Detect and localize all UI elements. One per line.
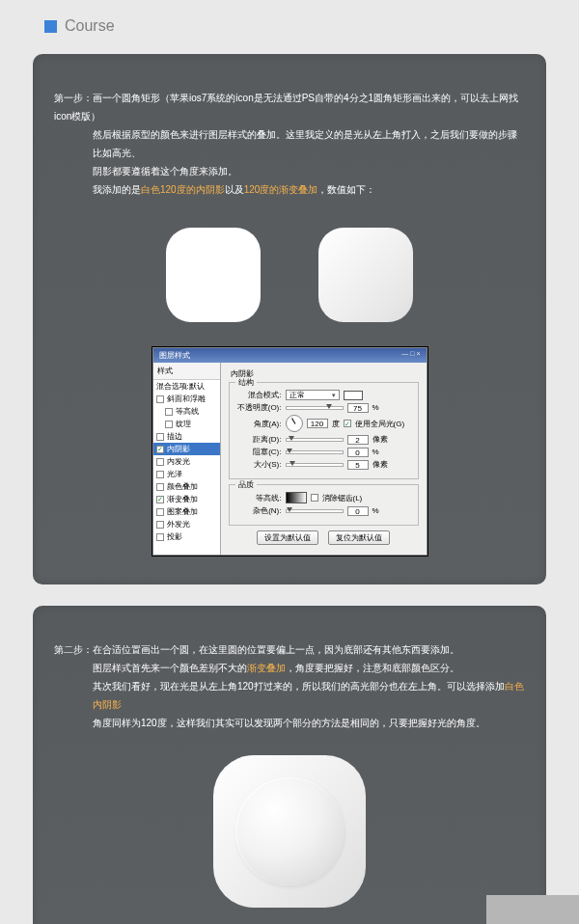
page-header: Course bbox=[0, 0, 579, 35]
sidebar-item-1[interactable]: 等高线 bbox=[153, 405, 220, 418]
noise-slider[interactable] bbox=[286, 509, 344, 513]
distance-slider[interactable] bbox=[286, 438, 344, 442]
sidebar-item-6[interactable]: 光泽 bbox=[153, 468, 220, 480]
step2-line2: 图层样式首先来一个颜色差别不大的渐变叠加，角度要把握好，注意和底部颜色区分。 bbox=[54, 659, 525, 677]
dialog-sidebar: 样式 混合选项:默认 斜面和浮雕等高线纹理描边✓内阴影内发光光泽颜色叠加✓渐变叠… bbox=[153, 363, 221, 555]
sidebar-item-0[interactable]: 斜面和浮雕 bbox=[153, 393, 220, 405]
contour-swatch[interactable] bbox=[286, 492, 307, 503]
step1-line2: 然后根据原型的颜色来进行图层样式的叠加。这里我定义的是光从左上角打入，之后我们要… bbox=[54, 125, 525, 162]
set-default-button[interactable]: 设置为默认值 bbox=[257, 530, 318, 545]
angle-label: 角度(A): bbox=[237, 419, 282, 429]
sidebar-item-7[interactable]: 颜色叠加 bbox=[153, 480, 220, 493]
effect-checkbox[interactable]: ✓ bbox=[156, 446, 164, 453]
effect-checkbox[interactable] bbox=[165, 421, 173, 428]
sidebar-item-label: 描边 bbox=[167, 431, 182, 442]
icon-examples-row bbox=[54, 228, 525, 322]
effect-checkbox[interactable] bbox=[156, 483, 164, 491]
header-square-icon bbox=[44, 20, 57, 33]
big-icon-wrap bbox=[54, 755, 525, 908]
step2-line4: 角度同样为120度，这样我们其实可以发现两个部分的方法是相同的，只要把握好光的角… bbox=[54, 714, 525, 732]
sidebar-styles-header: 样式 bbox=[153, 363, 220, 380]
knob-circle bbox=[235, 777, 344, 885]
sidebar-item-5[interactable]: 内发光 bbox=[153, 455, 220, 468]
sidebar-item-label: 光泽 bbox=[167, 469, 182, 479]
choke-label: 阻塞(C): bbox=[237, 447, 282, 457]
effect-checkbox[interactable] bbox=[156, 433, 164, 441]
sidebar-item-10[interactable]: 外发光 bbox=[153, 518, 220, 530]
sidebar-item-label: 内发光 bbox=[167, 456, 190, 467]
step1-text: 第一步：画一个圆角矩形（苹果ios7系统的icon是无法通过PS自带的4分之1圆… bbox=[54, 89, 525, 199]
step2-line1: 在合适位置画出一个圆，在这里圆的位置要偏上一点，因为底部还有其他东西要添加。 bbox=[93, 644, 459, 655]
sidebar-item-label: 斜面和浮雕 bbox=[167, 394, 206, 404]
effect-checkbox[interactable] bbox=[156, 521, 164, 529]
step2-card: 第二步：在合适位置画出一个圆，在这里圆的位置要偏上一点，因为底部还有其他东西要添… bbox=[33, 606, 546, 924]
step2-line3: 其次我们看好，现在光是从左上角120打过来的，所以我们的高光部分也在左上角。可以… bbox=[54, 677, 525, 714]
highlight-inner-shadow: 白色120度的内阴影 bbox=[141, 184, 225, 195]
chevron-down-icon: ▾ bbox=[332, 392, 336, 399]
sidebar-item-2[interactable]: 纹理 bbox=[153, 418, 220, 430]
contour-label: 等高线: bbox=[237, 493, 282, 503]
choke-slider[interactable] bbox=[286, 450, 344, 454]
ios-icon-shaded bbox=[318, 228, 413, 322]
effect-checkbox[interactable] bbox=[156, 395, 164, 403]
distance-label: 距离(D): bbox=[237, 434, 282, 445]
step2-label: 第二步： bbox=[54, 644, 93, 655]
sidebar-item-label: 等高线 bbox=[176, 406, 199, 417]
step1-line1: 画一个圆角矩形（苹果ios7系统的icon是无法通过PS自带的4分之1圆角矩形画… bbox=[54, 93, 518, 122]
titlebar-controls-icon: — □ × bbox=[401, 350, 420, 361]
effect-checkbox[interactable] bbox=[156, 458, 164, 466]
highlight-gradient-2: 渐变叠加 bbox=[247, 663, 286, 673]
step2-text: 第二步：在合适位置画出一个圆，在这里圆的位置要偏上一点，因为底部还有其他东西要添… bbox=[54, 640, 525, 732]
page-title: Course bbox=[65, 17, 115, 35]
color-swatch[interactable] bbox=[344, 391, 363, 400]
sidebar-item-3[interactable]: 描边 bbox=[153, 430, 220, 443]
sidebar-item-label: 纹理 bbox=[176, 419, 191, 429]
reset-default-button[interactable]: 复位为默认值 bbox=[328, 530, 390, 545]
global-light-label: 使用全局光(G) bbox=[355, 419, 405, 429]
sidebar-item-label: 图案叠加 bbox=[167, 506, 198, 517]
quality-label: 品质 bbox=[235, 479, 257, 490]
corner-block bbox=[486, 895, 579, 924]
sidebar-item-11[interactable]: 投影 bbox=[153, 530, 220, 543]
dialog-panel: 内阴影 结构 混合模式: 正常▾ 不透明度(O): 75 % bbox=[221, 363, 427, 555]
step1-line4: 我添加的是白色120度的内阴影以及120度的渐变叠加，数值如下： bbox=[54, 180, 525, 199]
ios-icon-with-knob bbox=[213, 755, 366, 908]
sidebar-item-label: 投影 bbox=[167, 531, 182, 542]
blend-mode-dropdown[interactable]: 正常▾ bbox=[286, 390, 340, 400]
distance-value[interactable]: 2 bbox=[347, 435, 369, 445]
step1-card: 第一步：画一个圆角矩形（苹果ios7系统的icon是无法通过PS自带的4分之1圆… bbox=[33, 54, 546, 584]
structure-label: 结构 bbox=[235, 377, 257, 388]
sidebar-blend-defaults[interactable]: 混合选项:默认 bbox=[153, 380, 220, 393]
opacity-value[interactable]: 75 bbox=[347, 403, 369, 413]
sidebar-item-label: 外发光 bbox=[167, 519, 190, 530]
dialog-titlebar: 图层样式 — □ × bbox=[153, 348, 427, 363]
structure-group: 结构 混合模式: 正常▾ 不透明度(O): 75 % bbox=[229, 382, 419, 479]
dialog-title: 图层样式 bbox=[159, 350, 190, 361]
layer-style-dialog: 图层样式 — □ × 样式 混合选项:默认 斜面和浮雕等高线纹理描边✓内阴影内发… bbox=[152, 347, 427, 556]
antialias-checkbox[interactable] bbox=[311, 494, 318, 502]
sidebar-item-4[interactable]: ✓内阴影 bbox=[153, 443, 220, 455]
effect-checkbox[interactable]: ✓ bbox=[156, 496, 164, 503]
size-value[interactable]: 5 bbox=[347, 460, 369, 470]
opacity-slider[interactable] bbox=[286, 406, 344, 410]
noise-value[interactable]: 0 bbox=[347, 506, 369, 516]
sidebar-item-label: 渐变叠加 bbox=[167, 494, 198, 504]
sidebar-item-label: 内阴影 bbox=[167, 444, 190, 454]
choke-value[interactable]: 0 bbox=[347, 448, 369, 457]
sidebar-item-9[interactable]: 图案叠加 bbox=[153, 505, 220, 518]
effect-checkbox[interactable] bbox=[165, 408, 173, 416]
ios-icon-plain bbox=[166, 228, 261, 322]
quality-group: 品质 等高线: 消除锯齿(L) 杂色(N): 0 % bbox=[229, 484, 419, 526]
global-light-checkbox[interactable]: ✓ bbox=[344, 420, 351, 427]
panel-title: 内阴影 bbox=[229, 367, 419, 382]
size-slider[interactable] bbox=[286, 463, 344, 467]
step1-line3: 阴影都要遵循着这个角度来添加。 bbox=[54, 162, 525, 180]
antialias-label: 消除锯齿(L) bbox=[322, 493, 363, 503]
sidebar-item-8[interactable]: ✓渐变叠加 bbox=[153, 493, 220, 505]
effect-checkbox[interactable] bbox=[156, 471, 164, 478]
angle-value[interactable]: 120 bbox=[307, 419, 328, 428]
size-label: 大小(S): bbox=[237, 459, 282, 470]
effect-checkbox[interactable] bbox=[156, 533, 164, 541]
angle-dial[interactable] bbox=[286, 415, 303, 432]
effect-checkbox[interactable] bbox=[156, 508, 164, 516]
